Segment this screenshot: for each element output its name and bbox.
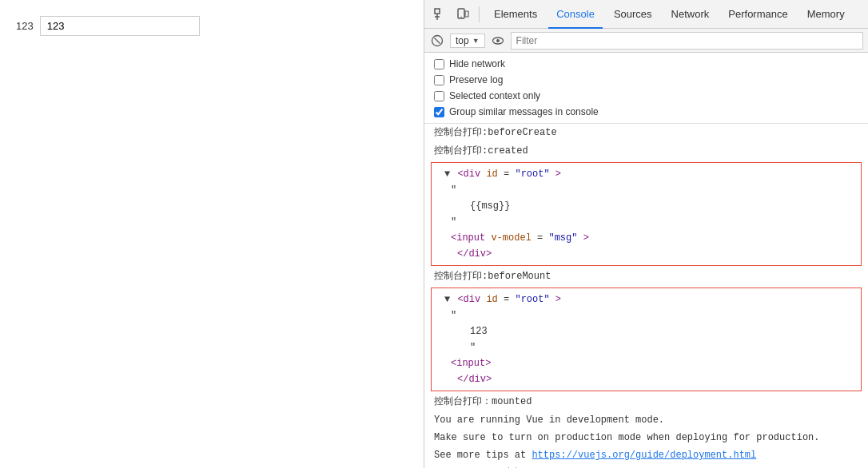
msg-input[interactable] <box>40 16 200 36</box>
dom-after-line-3: 123 <box>432 323 861 339</box>
console-line-created: 控制台打印:created <box>424 142 868 161</box>
dom-after-line-5: <input> <box>432 355 861 371</box>
selected-context-checkbox[interactable] <box>434 91 444 101</box>
triangle-icon-2: ▼ <box>444 294 450 305</box>
svg-point-5 <box>460 16 462 18</box>
tab-performance[interactable]: Performance <box>720 0 795 29</box>
console-info-2: Make sure to turn on production mode whe… <box>424 429 868 446</box>
before-create-text: 控制台打印:beforeCreate <box>434 127 557 138</box>
console-output: 控制台打印:beforeCreate 控制台打印:created ▼ <div … <box>424 124 868 468</box>
hide-network-checkbox[interactable] <box>434 59 444 69</box>
context-selector[interactable]: top ▼ <box>450 34 485 48</box>
hide-network-label: Hide network <box>449 58 505 69</box>
dom-after-line-6: </div> <box>432 371 861 387</box>
svg-rect-4 <box>465 11 468 17</box>
dom-after-line-4: " <box>432 339 861 355</box>
context-value: top <box>456 35 469 46</box>
filter-input[interactable] <box>511 32 863 50</box>
tab-elements[interactable]: Elements <box>486 0 545 29</box>
input-row: 123 <box>16 16 408 36</box>
tab-console[interactable]: Console <box>548 0 603 29</box>
dom-line-4: " <box>432 214 861 230</box>
tab-network[interactable]: Network <box>663 0 718 29</box>
tab-sources[interactable]: Sources <box>606 0 660 29</box>
dom-tree-after-mount: ▼ <div id = "root" > " 123 " <input> <box>431 288 862 391</box>
selected-context-label: Selected context only <box>449 90 540 101</box>
device-icon[interactable] <box>453 5 472 24</box>
dom-tree-before-mount: ▼ <div id = "root" > " {{msg}} " <input … <box>431 162 862 266</box>
chevron-down-icon: ▼ <box>472 37 480 45</box>
toolbar-row: top ▼ <box>424 29 868 53</box>
dom-after-line-2: " <box>432 307 861 323</box>
tab-memory[interactable]: Memory <box>799 0 853 29</box>
preserve-log-checkbox[interactable] <box>434 75 444 85</box>
tabs-divider <box>479 6 480 22</box>
console-footer: › 上午8:27:47.7 <box>424 464 868 468</box>
devtools-panel: Elements Console Sources Network Perform… <box>424 0 868 468</box>
svg-rect-0 <box>435 9 440 14</box>
options-row: Hide network Preserve log Selected conte… <box>424 53 868 124</box>
before-mount-text: 控制台打印:beforeMount <box>434 271 551 282</box>
option-selected-context: Selected context only <box>434 88 858 104</box>
svg-point-9 <box>496 39 500 42</box>
option-hide-network: Hide network <box>434 56 858 72</box>
triangle-icon: ▼ <box>444 169 450 180</box>
inspect-icon[interactable] <box>431 5 450 24</box>
dom-line-5: <input v-model = "msg" > <box>432 230 861 246</box>
input-label: 123 <box>16 20 34 32</box>
console-line-before-create: 控制台打印:beforeCreate <box>424 124 868 142</box>
group-similar-label: Group similar messages in console <box>449 106 599 117</box>
left-panel: 123 <box>0 0 424 468</box>
option-preserve-log: Preserve log <box>434 72 858 88</box>
clear-console-button[interactable] <box>429 33 445 49</box>
created-text: 控制台打印:created <box>434 145 528 157</box>
dom-line-6: </div> <box>432 246 861 262</box>
preserve-log-label: Preserve log <box>449 74 503 85</box>
dom-after-line-1: ▼ <div id = "root" > <box>432 292 861 307</box>
dom-line-2: " <box>432 182 861 198</box>
eye-button[interactable] <box>490 33 506 49</box>
tabs-bar: Elements Console Sources Network Perform… <box>424 0 868 29</box>
console-line-before-mount: 控制台打印:beforeMount <box>424 268 868 286</box>
option-group-similar: Group similar messages in console <box>434 104 858 120</box>
dom-line-3: {{msg}} <box>432 198 861 214</box>
svg-line-7 <box>435 38 440 43</box>
console-info-1: You are running Vue in development mode. <box>424 411 868 429</box>
deployment-link[interactable]: https://vuejs.org/guide/deployment.html <box>532 450 756 461</box>
dom-line-1: ▼ <div id = "root" > <box>432 166 861 182</box>
mounted-text: 控制台打印：mounted <box>434 396 532 407</box>
console-info-3: See more tips at https://vuejs.org/guide… <box>424 446 868 464</box>
group-similar-checkbox[interactable] <box>434 107 444 117</box>
console-line-mounted: 控制台打印：mounted <box>424 393 868 411</box>
